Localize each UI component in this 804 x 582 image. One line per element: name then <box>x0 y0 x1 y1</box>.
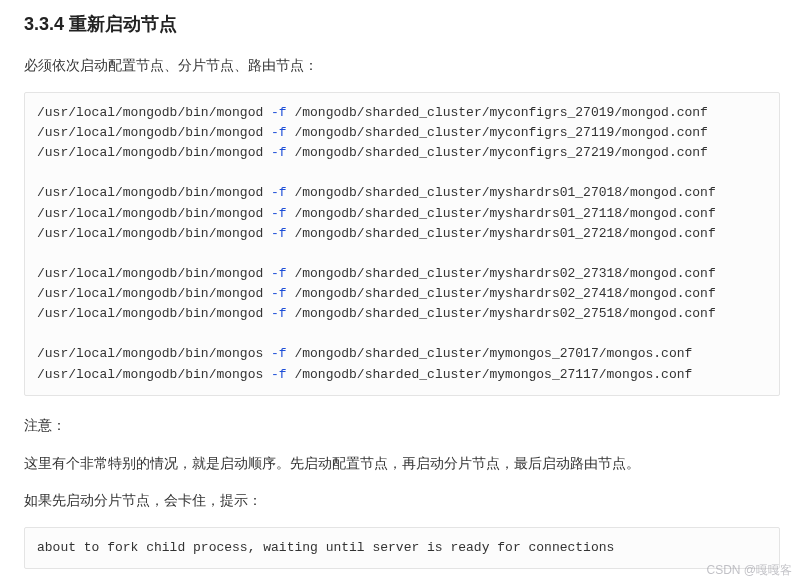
cmd-flag: -f <box>271 286 287 301</box>
cmd-flag: -f <box>271 105 287 120</box>
cmd-flag: -f <box>271 206 287 221</box>
cmd-flag: -f <box>271 226 287 241</box>
cmd-flag: -f <box>271 266 287 281</box>
note-label: 注意： <box>24 414 780 438</box>
fork-message-code-block: about to fork child process, waiting unt… <box>24 527 780 569</box>
cmd-flag: -f <box>271 367 287 382</box>
cmd-flag: -f <box>271 346 287 361</box>
document-page: 3.3.4 重新启动节点 必须依次启动配置节点、分片节点、路由节点： /usr/… <box>0 0 804 582</box>
cmd-flag: -f <box>271 185 287 200</box>
cmd-flag: -f <box>271 306 287 321</box>
intro-paragraph: 必须依次启动配置节点、分片节点、路由节点： <box>24 54 780 78</box>
cmd-flag: -f <box>271 125 287 140</box>
startup-commands-code-block: /usr/local/mongodb/bin/mongod -f /mongod… <box>24 92 780 396</box>
section-title: 3.3.4 重新启动节点 <box>24 12 780 36</box>
note-order-paragraph: 这里有个非常特别的情况，就是启动顺序。先启动配置节点，再启动分片节点，最后启动路… <box>24 452 780 476</box>
note-hang-paragraph: 如果先启动分片节点，会卡住，提示： <box>24 489 780 513</box>
cmd-flag: -f <box>271 145 287 160</box>
